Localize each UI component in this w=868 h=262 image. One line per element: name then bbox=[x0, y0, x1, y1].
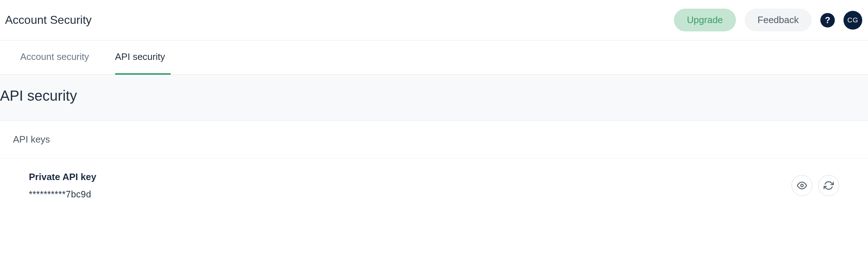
avatar[interactable]: CG bbox=[843, 11, 862, 30]
refresh-icon bbox=[824, 180, 834, 191]
section-title: API security bbox=[0, 88, 868, 104]
help-icon[interactable]: ? bbox=[820, 13, 835, 27]
api-key-label: Private API key bbox=[29, 171, 96, 183]
tab-api-security[interactable]: API security bbox=[115, 40, 171, 75]
page-header: Account Security Upgrade Feedback ? CG bbox=[0, 0, 868, 40]
api-key-value: **********7bc9d bbox=[29, 189, 96, 200]
subsection-header: API keys bbox=[0, 121, 868, 158]
header-actions: Upgrade Feedback ? CG bbox=[674, 9, 862, 31]
api-key-row: Private API key **********7bc9d bbox=[0, 158, 868, 202]
subsection-title: API keys bbox=[13, 134, 855, 145]
tab-account-security[interactable]: Account security bbox=[20, 40, 95, 75]
api-key-actions bbox=[792, 175, 839, 196]
api-key-info: Private API key **********7bc9d bbox=[29, 171, 96, 200]
reveal-key-button[interactable] bbox=[792, 175, 812, 196]
eye-icon bbox=[797, 180, 807, 191]
feedback-button[interactable]: Feedback bbox=[745, 9, 812, 31]
page-title: Account Security bbox=[5, 13, 92, 27]
upgrade-button[interactable]: Upgrade bbox=[674, 9, 736, 31]
svg-point-0 bbox=[801, 184, 803, 187]
section-header: API security bbox=[0, 75, 868, 121]
tab-bar: Account security API security bbox=[0, 40, 868, 75]
regenerate-key-button[interactable] bbox=[818, 175, 839, 196]
